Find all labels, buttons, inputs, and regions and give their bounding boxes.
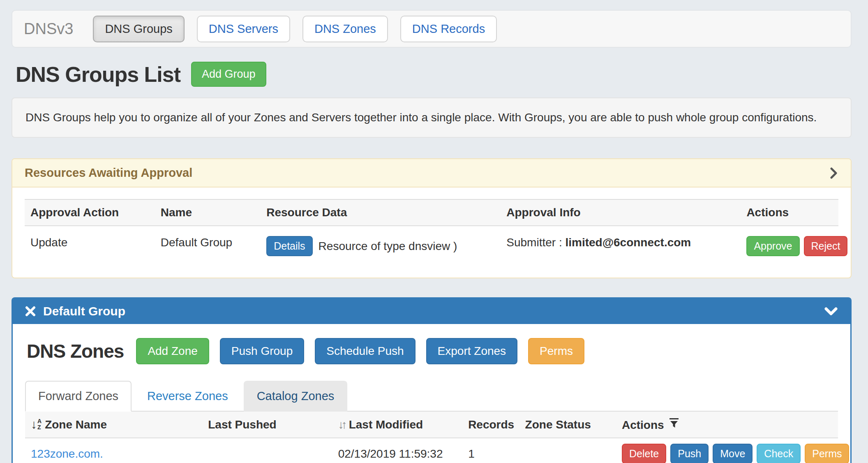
last-pushed-cell — [202, 438, 332, 463]
approval-resource-cell: Details Resource of type dnsview ) — [261, 226, 501, 256]
records-cell: 1 — [462, 438, 519, 463]
zone-actions-cell: Delete Push Move Check Perms — [616, 438, 838, 463]
details-button[interactable]: Details — [266, 236, 312, 256]
col-zone-actions[interactable]: Actions — [616, 412, 838, 438]
approval-panel-body: Approval Action Name Resource Data Appro… — [12, 188, 851, 278]
perms-button[interactable]: Perms — [528, 338, 584, 364]
col-last-pushed[interactable]: Last Pushed — [202, 412, 332, 438]
group-panel-header[interactable]: Default Group — [13, 299, 850, 324]
zone-move-button[interactable]: Move — [713, 444, 753, 463]
app-brand: DNSv3 — [24, 20, 73, 38]
add-zone-button[interactable]: Add Zone — [136, 338, 209, 364]
tab-forward-zones[interactable]: Forward Zones — [25, 381, 132, 412]
group-panel-title: Default Group — [43, 304, 125, 318]
zones-heading: DNS Zones — [27, 340, 124, 362]
tab-catalog-zones[interactable]: Catalog Zones — [244, 381, 348, 412]
close-icon[interactable] — [25, 306, 36, 317]
add-group-button[interactable]: Add Group — [191, 62, 266, 87]
push-group-button[interactable]: Push Group — [220, 338, 304, 364]
zones-table-header-row: ↓AZZone Name Last Pushed ↓↑Last Modified… — [25, 412, 838, 438]
page-root: DNSv3 DNS Groups DNS Servers DNS Zones D… — [0, 0, 868, 463]
approval-table-header-row: Approval Action Name Resource Data Appro… — [25, 199, 838, 226]
zones-toolbar: DNS Zones Add Zone Push Group Schedule P… — [27, 338, 838, 364]
title-row: DNS Groups List Add Group — [16, 62, 852, 87]
reject-button[interactable]: Reject — [804, 236, 848, 256]
zone-link[interactable]: 123zone.com. — [31, 447, 103, 460]
chevron-right-icon[interactable] — [829, 167, 838, 179]
zones-tabs: Forward Zones Reverse Zones Catalog Zone… — [25, 381, 838, 412]
approval-panel-header[interactable]: Resources Awaiting Approval — [12, 159, 851, 188]
zone-push-button[interactable]: Push — [670, 444, 709, 463]
zone-perms-button[interactable]: Perms — [805, 444, 849, 463]
nav-dns-records[interactable]: DNS Records — [400, 16, 497, 42]
col-zone-name[interactable]: ↓AZZone Name — [25, 412, 202, 438]
resource-text: Resource of type dnsview ) — [319, 240, 457, 253]
col-actions: Actions — [741, 199, 838, 226]
approval-action-cell: Update — [25, 226, 155, 256]
approval-row: Update Default Group Details Resource of… — [25, 226, 838, 256]
col-last-modified[interactable]: ↓↑Last Modified — [332, 412, 462, 438]
group-panel: Default Group DNS Zones Add Zone Push Gr… — [12, 297, 852, 463]
col-approval-action: Approval Action — [25, 199, 155, 226]
zone-row-123zone: 123zone.com. 02/13/2019 11:59:32 1 Delet… — [25, 438, 838, 463]
zones-table: ↓AZZone Name Last Pushed ↓↑Last Modified… — [25, 412, 838, 463]
approve-button[interactable]: Approve — [746, 236, 799, 256]
zone-delete-button[interactable]: Delete — [622, 444, 666, 463]
sort-icon[interactable]: ↓↑ — [338, 418, 345, 431]
approval-panel-title: Resources Awaiting Approval — [25, 166, 192, 180]
group-panel-body: DNS Zones Add Zone Push Group Schedule P… — [13, 324, 850, 463]
col-records[interactable]: Records — [462, 412, 519, 438]
nav-dns-groups[interactable]: DNS Groups — [93, 16, 184, 42]
col-approval-info: Approval Info — [501, 199, 741, 226]
submitter-label: Submitter : — [506, 236, 562, 249]
approval-actions-cell: Approve Reject — [741, 226, 838, 256]
filter-icon[interactable] — [669, 417, 679, 429]
last-modified-cell: 02/13/2019 11:59:32 — [332, 438, 462, 463]
page-title: DNS Groups List — [16, 62, 180, 87]
nav-dns-zones[interactable]: DNS Zones — [302, 16, 388, 42]
submitter-email: limited@6connect.com — [565, 236, 691, 249]
schedule-push-button[interactable]: Schedule Push — [315, 338, 415, 364]
col-name: Name — [155, 199, 261, 226]
chevron-down-icon[interactable] — [824, 306, 838, 316]
col-resource-data: Resource Data — [261, 199, 501, 226]
export-zones-button[interactable]: Export Zones — [426, 338, 518, 364]
approval-table: Approval Action Name Resource Data Appro… — [25, 199, 838, 256]
zone-check-button[interactable]: Check — [757, 444, 801, 463]
approval-panel: Resources Awaiting Approval Approval Act… — [12, 158, 852, 278]
zone-name-cell: 123zone.com. — [25, 438, 202, 463]
approval-name-cell: Default Group — [155, 226, 261, 256]
approval-info-cell: Submitter : limited@6connect.com — [501, 226, 741, 256]
nav-dns-servers[interactable]: DNS Servers — [197, 16, 290, 42]
tab-reverse-zones[interactable]: Reverse Zones — [134, 381, 241, 412]
zone-status-cell — [519, 438, 616, 463]
sort-alpha-icon[interactable]: ↓AZ — [31, 418, 42, 431]
col-zone-status[interactable]: Zone Status — [519, 412, 616, 438]
top-navbar: DNSv3 DNS Groups DNS Servers DNS Zones D… — [12, 10, 852, 48]
description-well: DNS Groups help you to organize all of y… — [12, 97, 852, 138]
